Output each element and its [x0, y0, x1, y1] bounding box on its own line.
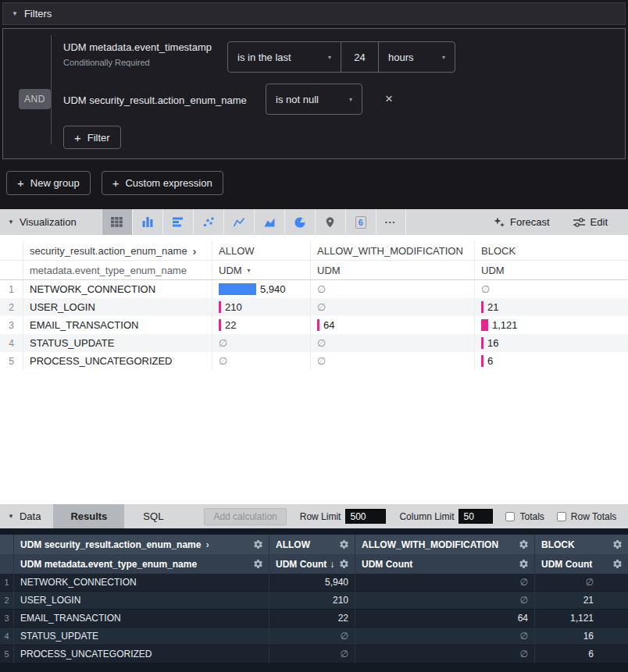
measure-value-cell[interactable]: ∅ [355, 645, 535, 663]
measure-value: 22 [225, 319, 236, 331]
viz-type-area-chart[interactable] [254, 209, 284, 235]
measure-value-cell[interactable]: ∅ [355, 628, 535, 645]
and-operator-chip[interactable]: AND [19, 89, 51, 109]
pivot-value-header-block[interactable]: BLOCK [475, 241, 628, 260]
measure-value-cell[interactable]: 16 [475, 334, 628, 352]
viz-type-single-value[interactable]: 6 [345, 209, 376, 235]
measure-null-cell[interactable]: ∅ [212, 352, 311, 370]
measure-value-cell[interactable]: 21 [535, 592, 628, 609]
column-limit-input[interactable] [459, 509, 493, 524]
gear-icon[interactable] [612, 539, 623, 549]
tab-sql[interactable]: SQL [124, 504, 182, 528]
measure-null-cell[interactable]: ∅ [311, 280, 475, 298]
measure-value-cell[interactable]: 5,940 [212, 280, 311, 298]
measure-value-cell[interactable]: 16 [535, 628, 628, 645]
results-table-body: 1NETWORK_CONNECTION5,940∅∅2USER_LOGIN210… [0, 574, 628, 663]
pivot-field-header[interactable]: security_result.action_enum_name › [23, 241, 212, 260]
results-header-allow-with-modification[interactable]: ALLOW_WITH_MODIFICATION [355, 535, 535, 554]
chevron-down-icon[interactable]: ▾ [248, 267, 251, 274]
viz-type-line-chart[interactable] [223, 209, 254, 235]
viz-type-scatter-plot[interactable] [193, 209, 223, 235]
measure-value-cell[interactable]: 64 [355, 610, 535, 627]
pivot-value-header-allow[interactable]: ALLOW [212, 241, 311, 260]
dimension-value-cell[interactable]: NETWORK_CONNECTION [23, 280, 212, 298]
viz-type-pie-chart[interactable] [284, 209, 315, 235]
results-measure-header-allow-with-modification[interactable]: UDM Count [355, 554, 535, 574]
add-calculation-button[interactable]: Add calculation [204, 508, 286, 525]
results-header-block[interactable]: BLOCK [535, 535, 628, 554]
dimension-value-cell[interactable]: PROCESS_UNCATEGORIZED [23, 352, 212, 370]
measure-null-cell[interactable]: ∅ [475, 280, 628, 298]
results-measure-header-block[interactable]: UDM Count [535, 554, 628, 574]
forecast-button[interactable]: Forecast [494, 216, 550, 228]
pivot-value-header-allow-with-modification[interactable]: ALLOW_WITH_MODIFICATION [311, 241, 475, 260]
totals-checkbox[interactable] [505, 512, 515, 521]
viz-type-table[interactable] [102, 209, 132, 235]
data-section-toggle[interactable]: ▼ Data [0, 504, 53, 528]
add-filter-button[interactable]: + Filter [63, 126, 121, 149]
row-limit-input[interactable] [345, 509, 386, 524]
results-header-allow[interactable]: ALLOW [269, 535, 355, 554]
new-group-button[interactable]: + New group [6, 171, 91, 195]
filters-section-toggle[interactable]: ▼ Filters [2, 2, 626, 25]
gear-icon[interactable] [519, 539, 529, 549]
dimension-value-cell[interactable]: EMAIL_TRANSACTION [14, 610, 269, 627]
dimension-field-header[interactable]: metadata.event_type_enum_name [23, 261, 212, 279]
measure-header-block[interactable]: UDM [475, 261, 628, 279]
filter1-value-input[interactable]: 24 [341, 41, 379, 73]
measure-value-cell[interactable]: 21 [475, 298, 628, 316]
visualization-section-toggle[interactable]: ▼ Visualization [0, 216, 77, 228]
dimension-value-cell[interactable]: PROCESS_UNCATEGORIZED [14, 645, 269, 663]
viz-type-column-chart[interactable] [132, 209, 162, 235]
dimension-value-cell[interactable]: NETWORK_CONNECTION [14, 574, 269, 591]
measure-null-cell[interactable]: ∅ [212, 334, 311, 352]
dimension-value-cell[interactable]: STATUS_UPDATE [23, 334, 212, 352]
measure-value-cell[interactable]: 22 [269, 610, 355, 627]
remove-filter-button[interactable]: × [380, 90, 398, 108]
chevron-right-icon[interactable]: › [193, 245, 197, 257]
measure-null-cell[interactable]: ∅ [311, 334, 475, 352]
custom-expression-button[interactable]: + Custom expression [102, 171, 223, 195]
gear-icon[interactable] [339, 559, 349, 569]
gear-icon[interactable] [612, 559, 623, 569]
viz-type-map[interactable] [315, 209, 345, 235]
gear-icon[interactable] [519, 559, 529, 569]
dimension-value-cell[interactable]: USER_LOGIN [23, 298, 212, 316]
chevron-right-icon[interactable]: › [205, 539, 209, 549]
measure-value-cell[interactable]: 210 [212, 298, 311, 316]
tab-results[interactable]: Results [53, 504, 124, 528]
dimension-value-cell[interactable]: EMAIL_TRANSACTION [23, 316, 212, 334]
measure-value-cell[interactable]: 22 [212, 316, 311, 334]
gear-icon[interactable] [253, 559, 263, 569]
gear-icon[interactable] [339, 539, 349, 549]
filter1-operator-select[interactable]: is in the last ▾ [227, 41, 341, 73]
filter2-operator-select[interactable]: is not null ▾ [266, 84, 362, 115]
measure-value-cell[interactable]: ∅ [269, 645, 355, 663]
measure-value-cell[interactable]: 1,121 [475, 316, 628, 334]
filter1-unit-select[interactable]: hours ▾ [378, 41, 455, 73]
measure-value-cell[interactable]: ∅ [355, 592, 535, 609]
measure-value-cell[interactable]: ∅ [355, 574, 535, 591]
measure-value-cell[interactable]: ∅ [269, 628, 355, 645]
measure-value-cell[interactable]: 6 [535, 645, 628, 663]
measure-header-allow-with-modification[interactable]: UDM [311, 261, 475, 279]
results-measure-header-allow[interactable]: UDM Count ↓ [269, 554, 355, 574]
results-pivot-field-header[interactable]: UDM security_result.action_enum_name › [14, 535, 269, 554]
measure-header-allow[interactable]: UDM ▾ [212, 261, 311, 279]
viz-type-more-viz-types[interactable]: ••• [376, 209, 406, 235]
measure-null-cell[interactable]: ∅ [311, 298, 475, 316]
viz-type-bar-chart[interactable] [162, 209, 193, 235]
dimension-value-cell[interactable]: USER_LOGIN [14, 592, 269, 609]
edit-button[interactable]: Edit [573, 216, 608, 228]
row-totals-checkbox[interactable] [557, 512, 566, 521]
measure-value-cell[interactable]: 6 [475, 352, 628, 370]
results-dimension-field-header[interactable]: UDM metadata.event_type_enum_name [14, 554, 269, 574]
measure-value-cell[interactable]: 1,121 [535, 610, 628, 627]
measure-value-cell[interactable]: 5,940 [269, 574, 355, 591]
dimension-value-cell[interactable]: STATUS_UPDATE [14, 628, 269, 645]
gear-icon[interactable] [253, 539, 263, 549]
measure-value-cell[interactable]: 64 [311, 316, 475, 334]
measure-null-cell[interactable]: ∅ [311, 352, 475, 370]
measure-value-cell[interactable]: ∅ [535, 574, 628, 591]
measure-value-cell[interactable]: 210 [269, 592, 355, 609]
